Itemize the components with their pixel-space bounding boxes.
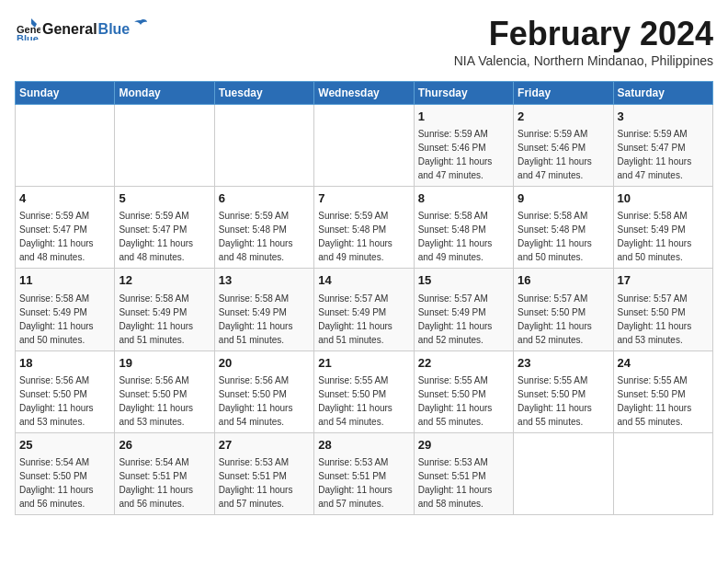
header: General Blue General Blue February 2024 … <box>15 15 713 77</box>
calendar-day-cell: 24Sunrise: 5:55 AM Sunset: 5:50 PM Dayli… <box>613 350 712 432</box>
day-info: Sunrise: 5:57 AM Sunset: 5:50 PM Dayligh… <box>518 293 592 345</box>
logo-bird-icon <box>131 17 148 34</box>
day-number: 28 <box>318 437 409 454</box>
subtitle: NIA Valencia, Northern Mindanao, Philipp… <box>454 53 713 68</box>
day-info: Sunrise: 5:53 AM Sunset: 5:51 PM Dayligh… <box>219 457 293 509</box>
day-number: 16 <box>518 272 609 289</box>
day-number: 10 <box>618 190 709 207</box>
day-number: 21 <box>318 355 409 372</box>
day-of-week-header: Saturday <box>613 82 712 105</box>
calendar-day-cell <box>16 105 115 187</box>
day-number: 26 <box>119 437 210 454</box>
calendar-week-row: 4Sunrise: 5:59 AM Sunset: 5:47 PM Daylig… <box>16 187 713 269</box>
day-number: 23 <box>518 355 609 372</box>
day-number: 29 <box>418 437 509 454</box>
calendar-day-cell <box>115 105 214 187</box>
day-number: 2 <box>518 109 609 125</box>
day-number: 7 <box>318 190 409 207</box>
calendar-day-cell: 27Sunrise: 5:53 AM Sunset: 5:51 PM Dayli… <box>214 432 313 514</box>
calendar-day-cell <box>613 432 712 514</box>
day-number: 4 <box>19 190 110 207</box>
day-of-week-header: Tuesday <box>214 82 313 105</box>
day-info: Sunrise: 5:54 AM Sunset: 5:51 PM Dayligh… <box>119 457 193 509</box>
logo-text-blue: Blue <box>98 21 131 38</box>
day-info: Sunrise: 5:58 AM Sunset: 5:48 PM Dayligh… <box>518 211 592 262</box>
day-info: Sunrise: 5:55 AM Sunset: 5:50 PM Dayligh… <box>318 375 392 427</box>
day-info: Sunrise: 5:58 AM Sunset: 5:49 PM Dayligh… <box>119 293 193 345</box>
day-info: Sunrise: 5:58 AM Sunset: 5:48 PM Dayligh… <box>418 211 493 262</box>
day-number: 22 <box>418 355 509 372</box>
logo: General Blue General Blue <box>15 15 148 40</box>
calendar-body: 1Sunrise: 5:59 AM Sunset: 5:46 PM Daylig… <box>16 105 713 515</box>
calendar-day-cell: 20Sunrise: 5:56 AM Sunset: 5:50 PM Dayli… <box>214 350 313 432</box>
day-info: Sunrise: 5:59 AM Sunset: 5:47 PM Dayligh… <box>19 211 94 262</box>
day-number: 18 <box>19 355 110 372</box>
calendar-week-row: 18Sunrise: 5:56 AM Sunset: 5:50 PM Dayli… <box>16 350 713 432</box>
calendar-day-cell: 25Sunrise: 5:54 AM Sunset: 5:50 PM Dayli… <box>16 432 115 514</box>
calendar-day-cell: 6Sunrise: 5:59 AM Sunset: 5:48 PM Daylig… <box>214 187 313 269</box>
calendar-day-cell: 3Sunrise: 5:59 AM Sunset: 5:47 PM Daylig… <box>613 105 712 187</box>
calendar-day-cell: 18Sunrise: 5:56 AM Sunset: 5:50 PM Dayli… <box>16 350 115 432</box>
day-info: Sunrise: 5:59 AM Sunset: 5:46 PM Dayligh… <box>418 129 493 180</box>
day-number: 17 <box>618 272 709 289</box>
day-number: 11 <box>19 272 110 289</box>
day-info: Sunrise: 5:59 AM Sunset: 5:48 PM Dayligh… <box>318 211 392 262</box>
calendar-day-cell: 15Sunrise: 5:57 AM Sunset: 5:49 PM Dayli… <box>414 269 513 350</box>
day-info: Sunrise: 5:58 AM Sunset: 5:49 PM Dayligh… <box>19 293 94 345</box>
day-info: Sunrise: 5:56 AM Sunset: 5:50 PM Dayligh… <box>119 375 193 427</box>
day-info: Sunrise: 5:57 AM Sunset: 5:50 PM Dayligh… <box>618 293 692 345</box>
day-info: Sunrise: 5:59 AM Sunset: 5:48 PM Dayligh… <box>219 211 293 262</box>
day-of-week-header: Wednesday <box>314 82 414 105</box>
day-info: Sunrise: 5:55 AM Sunset: 5:50 PM Dayligh… <box>618 375 692 427</box>
day-number: 24 <box>618 355 709 372</box>
calendar-day-cell: 7Sunrise: 5:59 AM Sunset: 5:48 PM Daylig… <box>314 187 414 269</box>
day-of-week-header: Monday <box>115 82 214 105</box>
calendar-day-cell <box>514 432 613 514</box>
day-info: Sunrise: 5:58 AM Sunset: 5:49 PM Dayligh… <box>618 211 692 262</box>
day-number: 20 <box>219 355 310 372</box>
calendar-day-cell: 4Sunrise: 5:59 AM Sunset: 5:47 PM Daylig… <box>16 187 115 269</box>
day-number: 8 <box>418 190 509 207</box>
day-number: 15 <box>418 272 509 289</box>
calendar-day-cell <box>214 105 313 187</box>
calendar-day-cell: 22Sunrise: 5:55 AM Sunset: 5:50 PM Dayli… <box>414 350 513 432</box>
calendar-day-cell <box>314 105 414 187</box>
calendar-day-cell: 5Sunrise: 5:59 AM Sunset: 5:47 PM Daylig… <box>115 187 214 269</box>
day-number: 12 <box>119 272 210 289</box>
day-info: Sunrise: 5:59 AM Sunset: 5:46 PM Dayligh… <box>518 129 592 180</box>
calendar-day-cell: 29Sunrise: 5:53 AM Sunset: 5:51 PM Dayli… <box>414 432 513 514</box>
day-info: Sunrise: 5:56 AM Sunset: 5:50 PM Dayligh… <box>19 375 94 427</box>
calendar-week-row: 1Sunrise: 5:59 AM Sunset: 5:46 PM Daylig… <box>16 105 713 187</box>
day-number: 1 <box>418 109 509 125</box>
logo-icon: General Blue <box>15 15 40 40</box>
day-info: Sunrise: 5:58 AM Sunset: 5:49 PM Dayligh… <box>219 293 293 345</box>
day-of-week-header: Sunday <box>16 82 115 105</box>
calendar-day-cell: 21Sunrise: 5:55 AM Sunset: 5:50 PM Dayli… <box>314 350 414 432</box>
calendar-week-row: 11Sunrise: 5:58 AM Sunset: 5:49 PM Dayli… <box>16 269 713 350</box>
day-info: Sunrise: 5:53 AM Sunset: 5:51 PM Dayligh… <box>318 457 392 509</box>
day-number: 19 <box>119 355 210 372</box>
calendar-day-cell: 9Sunrise: 5:58 AM Sunset: 5:48 PM Daylig… <box>514 187 613 269</box>
day-info: Sunrise: 5:59 AM Sunset: 5:47 PM Dayligh… <box>119 211 193 262</box>
calendar-day-cell: 10Sunrise: 5:58 AM Sunset: 5:49 PM Dayli… <box>613 187 712 269</box>
day-number: 6 <box>219 190 310 207</box>
day-number: 3 <box>618 109 709 125</box>
svg-text:Blue: Blue <box>17 33 39 40</box>
day-number: 25 <box>19 437 110 454</box>
day-number: 5 <box>119 190 210 207</box>
day-number: 9 <box>518 190 609 207</box>
calendar-day-cell: 14Sunrise: 5:57 AM Sunset: 5:49 PM Dayli… <box>314 269 414 350</box>
day-info: Sunrise: 5:56 AM Sunset: 5:50 PM Dayligh… <box>219 375 293 427</box>
day-number: 13 <box>219 272 310 289</box>
day-info: Sunrise: 5:55 AM Sunset: 5:50 PM Dayligh… <box>418 375 493 427</box>
calendar-day-cell: 13Sunrise: 5:58 AM Sunset: 5:49 PM Dayli… <box>214 269 313 350</box>
day-info: Sunrise: 5:59 AM Sunset: 5:47 PM Dayligh… <box>618 129 692 180</box>
day-info: Sunrise: 5:57 AM Sunset: 5:49 PM Dayligh… <box>418 293 493 345</box>
logo-text-general: General <box>42 21 97 38</box>
calendar-day-cell: 2Sunrise: 5:59 AM Sunset: 5:46 PM Daylig… <box>514 105 613 187</box>
month-title: February 2024 <box>454 15 713 53</box>
calendar-day-cell: 1Sunrise: 5:59 AM Sunset: 5:46 PM Daylig… <box>414 105 513 187</box>
day-number: 27 <box>219 437 310 454</box>
day-info: Sunrise: 5:53 AM Sunset: 5:51 PM Dayligh… <box>418 457 493 509</box>
day-of-week-header: Friday <box>514 82 613 105</box>
